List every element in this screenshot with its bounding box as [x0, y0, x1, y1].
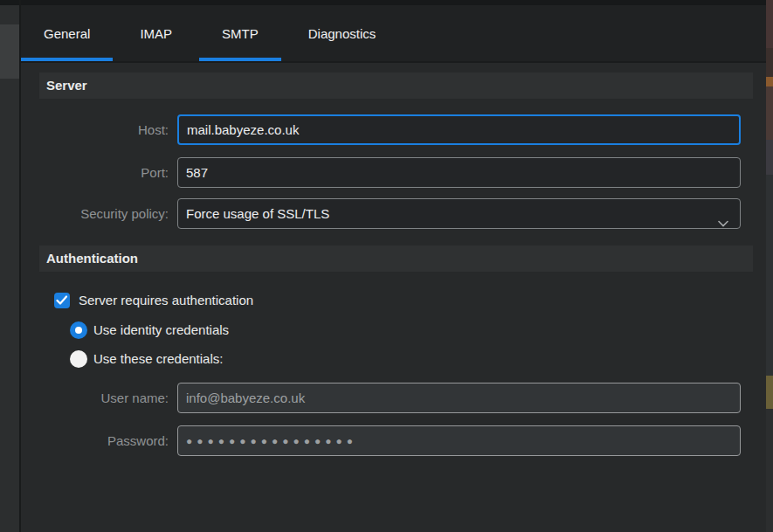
server-requires-auth-label: Server requires authentication [79, 290, 253, 311]
host-label: Host: [35, 114, 169, 145]
authentication-section-header: Authentication [39, 245, 753, 272]
server-requires-auth-checkbox[interactable] [54, 293, 70, 308]
username-label: User name: [35, 383, 169, 413]
tab-general[interactable]: General [21, 5, 113, 61]
host-input[interactable] [177, 114, 741, 145]
account-settings-window: General IMAP SMTP Diagnostics Server Hos… [0, 0, 773, 532]
port-input[interactable] [177, 157, 741, 188]
tab-general-label: General [44, 26, 90, 41]
password-input[interactable] [177, 425, 741, 456]
security-policy-label: Security policy: [35, 198, 169, 229]
tab-diagnostics-label: Diagnostics [308, 26, 376, 41]
port-label: Port: [35, 157, 169, 188]
tab-imap-label: IMAP [140, 26, 172, 41]
tab-active-underline [21, 58, 113, 61]
use-these-credentials-radio[interactable] [70, 350, 87, 368]
use-identity-credentials-radio[interactable] [70, 321, 87, 339]
security-policy-select[interactable]: Force usage of SSL/TLS [177, 198, 741, 229]
tab-smtp[interactable]: SMTP [199, 5, 281, 61]
checkmark-icon [56, 295, 68, 306]
chevron-down-icon [717, 209, 729, 238]
security-policy-value: Force usage of SSL/TLS [186, 206, 329, 221]
tab-imap[interactable]: IMAP [117, 5, 195, 61]
username-input[interactable] [177, 383, 741, 413]
left-scrollbar-thumb[interactable] [0, 24, 19, 79]
settings-tab-bar: General IMAP SMTP Diagnostics [21, 5, 766, 63]
left-scrollbar-track [0, 5, 19, 532]
tab-active-underline [199, 58, 281, 61]
server-section-header: Server [39, 73, 753, 99]
use-these-credentials-label: Use these credentials: [93, 349, 223, 370]
tab-smtp-label: SMTP [222, 26, 259, 41]
radio-dot [75, 327, 82, 334]
background-window-sliver [766, 0, 773, 532]
password-label: Password: [35, 425, 169, 456]
use-identity-credentials-label: Use identity credentials [93, 320, 229, 341]
tab-diagnostics[interactable]: Diagnostics [286, 5, 399, 61]
